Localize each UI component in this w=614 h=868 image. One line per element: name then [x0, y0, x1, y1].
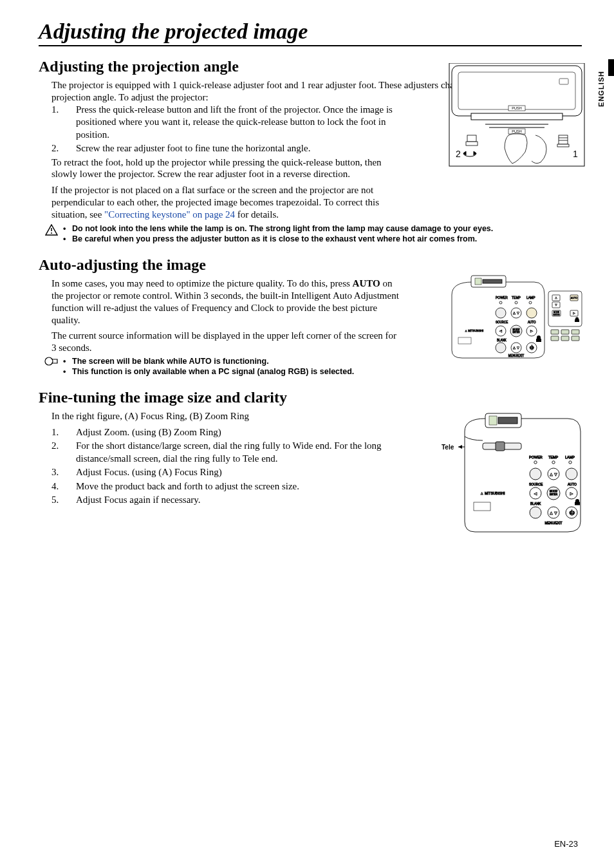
svg-rect-12 — [467, 135, 476, 142]
warn-2: Be careful when you press the adjuster b… — [72, 234, 477, 243]
heading-auto-adjust: Auto-adjusting the image — [39, 256, 582, 274]
svg-text:MODE/: MODE/ — [550, 490, 557, 493]
language-tab: ENGLISH — [595, 64, 614, 119]
svg-text:BLANK: BLANK — [530, 502, 541, 505]
svg-text:►: ► — [573, 311, 576, 315]
svg-text:PUSH: PUSH — [512, 129, 521, 133]
svg-point-21 — [45, 357, 53, 365]
svg-text:▲▼: ▲▼ — [512, 311, 520, 315]
steps-projection-angle: 1. Press the quick-release button and li… — [51, 104, 399, 155]
svg-text:ENTER: ENTER — [512, 331, 520, 334]
trap-b: for details. — [235, 209, 279, 220]
svg-rect-84 — [489, 416, 497, 425]
step-number: 1. — [51, 104, 76, 142]
svg-text:AUTO: AUTO — [571, 297, 578, 299]
svg-point-93 — [569, 461, 572, 464]
step-text: Press the quick-release button and lift … — [76, 104, 399, 142]
svg-rect-66 — [561, 330, 569, 334]
svg-text:◄: ◄ — [534, 491, 538, 496]
warning-icon — [42, 224, 60, 236]
figure-zoom-focus: Tele Wide A B POWER — [433, 408, 587, 537]
figure-auto-panel: POWER TEMP LAMP ▲▼ SOURCE AUTO ◄ MODE/EN… — [447, 274, 587, 363]
svg-text:SOURCE: SOURCE — [529, 482, 543, 486]
svg-text:Tele: Tele — [442, 444, 454, 451]
section-fine-tuning: Fine-tuning the image size and clarity I… — [39, 389, 582, 507]
retract-text: To retract the foot, hold up the project… — [51, 156, 399, 181]
svg-text:▼: ▼ — [555, 303, 558, 307]
fig1-num-1: 1 — [573, 149, 578, 159]
note-2: This function is only available when a P… — [72, 367, 354, 376]
svg-rect-23 — [475, 278, 481, 285]
warning-bullets: •Do not look into the lens while the lam… — [63, 224, 582, 245]
svg-text:▲▼: ▲▼ — [549, 472, 558, 476]
svg-text:BLANK: BLANK — [497, 339, 507, 342]
svg-text:ENTER: ENTER — [550, 493, 558, 496]
svg-text:▲▼: ▲▼ — [512, 346, 520, 350]
svg-point-92 — [552, 461, 555, 464]
svg-point-91 — [534, 461, 537, 464]
svg-text:POWER: POWER — [529, 455, 543, 459]
page-number: EN-23 — [554, 839, 578, 849]
svg-point-29 — [515, 301, 517, 304]
svg-point-94 — [530, 468, 541, 480]
note-1: The screen will be blank while AUTO is f… — [72, 357, 269, 366]
svg-text:▲ MITSUBISHI: ▲ MITSUBISHI — [465, 329, 483, 332]
svg-rect-69 — [561, 336, 569, 341]
trapezoid-text: If the projector is not placed on a flat… — [51, 184, 399, 220]
auto-adjust-p1: In some cases, you may need to optimize … — [51, 278, 399, 326]
language-tab-bar — [608, 59, 614, 76]
svg-rect-24 — [483, 279, 502, 283]
language-tab-label: ENGLISH — [597, 71, 605, 107]
svg-text:TEMP: TEMP — [512, 296, 521, 299]
svg-point-45 — [496, 343, 506, 353]
svg-text:◄: ◄ — [499, 329, 503, 333]
svg-rect-13 — [466, 142, 478, 146]
svg-marker-73 — [458, 445, 462, 449]
auto-adjust-p2: The current source information will be d… — [51, 330, 399, 354]
page-title: Adjusting the projected image — [39, 19, 582, 46]
svg-text:AUTO: AUTO — [568, 482, 577, 486]
fig1-num-2: 2 — [456, 149, 461, 159]
svg-text:MENU/EXIT: MENU/EXIT — [508, 354, 525, 357]
svg-text:LAMP: LAMP — [526, 296, 535, 299]
svg-text:►: ► — [570, 491, 574, 496]
svg-text:⏻: ⏻ — [569, 510, 575, 516]
svg-rect-85 — [498, 417, 517, 424]
svg-text:PUSH: PUSH — [512, 106, 521, 110]
svg-text:MENU/EXIT: MENU/EXIT — [544, 521, 562, 525]
step-text: Screw the rear adjuster foot to fine tun… — [76, 142, 399, 155]
svg-rect-87 — [496, 442, 505, 451]
svg-text:▲ MITSUBISHI: ▲ MITSUBISHI — [480, 491, 505, 495]
svg-point-108 — [530, 507, 541, 518]
svg-text:ENTER: ENTER — [553, 314, 560, 316]
svg-point-31 — [496, 308, 506, 318]
svg-rect-14 — [559, 135, 568, 144]
svg-text:▲▼: ▲▼ — [549, 511, 558, 515]
svg-text:LAMP: LAMP — [565, 455, 575, 459]
step-number: 2. — [51, 142, 76, 155]
svg-rect-67 — [572, 330, 579, 334]
svg-text:POWER: POWER — [496, 296, 508, 299]
svg-text:AUTO: AUTO — [528, 321, 536, 324]
svg-point-30 — [529, 301, 532, 304]
section-auto-adjust: Auto-adjusting the image In some cases, … — [39, 256, 582, 377]
svg-text:►: ► — [530, 329, 534, 333]
svg-rect-5 — [471, 113, 563, 120]
keystone-link[interactable]: "Correcting keystone" on page 24 — [104, 209, 235, 220]
svg-text:TEMP: TEMP — [548, 455, 559, 459]
svg-text:▲: ▲ — [555, 296, 558, 299]
svg-point-28 — [499, 301, 502, 304]
warning-block: •Do not look into the lens while the lam… — [39, 224, 582, 245]
svg-point-97 — [566, 468, 577, 480]
svg-point-34 — [526, 308, 537, 318]
svg-point-1 — [51, 232, 52, 234]
svg-text:SOURCE: SOURCE — [496, 321, 508, 324]
section-projection-angle: Adjusting the projection angle The proje… — [39, 58, 582, 245]
note-icon — [42, 357, 60, 366]
svg-text:⏻: ⏻ — [530, 345, 534, 350]
heading-fine-tuning: Fine-tuning the image size and clarity — [39, 389, 582, 406]
warn-1: Do not look into the lens while the lamp… — [72, 224, 493, 233]
svg-rect-68 — [551, 336, 559, 341]
svg-rect-17 — [557, 144, 569, 147]
svg-rect-65 — [551, 330, 559, 334]
